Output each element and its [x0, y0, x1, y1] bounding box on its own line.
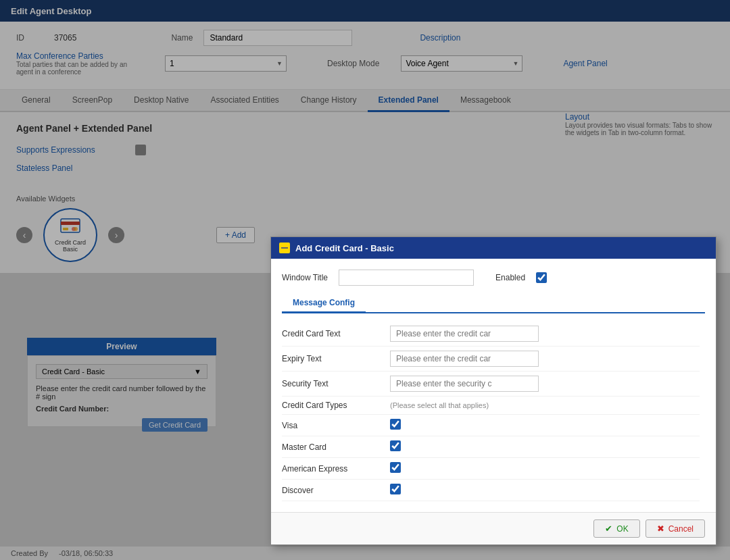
- credit-card-types-row: Credit Card Types (Please select all tha…: [282, 397, 700, 415]
- security-text-input[interactable]: [390, 376, 539, 392]
- master-card-label: Master Card: [282, 442, 390, 452]
- expiry-text-input[interactable]: [390, 351, 539, 367]
- modal-top-row: Window Title Enabled: [282, 270, 705, 286]
- cancel-label: Cancel: [668, 524, 694, 534]
- master-card-checkbox[interactable]: [390, 440, 401, 451]
- modal-body: Window Title Enabled Message Config Cred…: [271, 259, 716, 512]
- credit-card-text-value: [390, 326, 700, 342]
- ok-button[interactable]: ✔ OK: [593, 519, 639, 538]
- security-text-label: Security Text: [282, 379, 390, 388]
- discover-checkbox[interactable]: [390, 484, 401, 494]
- cancel-icon: ✖: [657, 524, 664, 534]
- master-card-row: Master Card: [282, 436, 700, 458]
- credit-card-types-note: (Please select all that applies): [390, 401, 700, 410]
- american-express-label: American Express: [282, 464, 390, 474]
- credit-card-types-note-text: (Please select all that applies): [390, 401, 489, 409]
- modal-dialog: Add Credit Card - Basic Window Title Ena…: [270, 236, 716, 545]
- cancel-button[interactable]: ✖ Cancel: [646, 519, 705, 538]
- credit-card-text-row: Credit Card Text: [282, 322, 700, 347]
- visa-checkbox[interactable]: [390, 419, 401, 430]
- enabled-label: Enabled: [495, 273, 525, 282]
- visa-row: Visa: [282, 415, 700, 436]
- expiry-text-label: Expiry Text: [282, 354, 390, 363]
- expiry-text-row: Expiry Text: [282, 347, 700, 372]
- modal-title: Add Credit Card - Basic: [295, 243, 394, 253]
- expiry-text-value: [390, 351, 700, 367]
- ok-icon: ✔: [605, 524, 612, 534]
- credit-card-types-label: Credit Card Types: [282, 401, 390, 410]
- credit-card-text-input[interactable]: [390, 326, 539, 342]
- config-scroll-area[interactable]: Credit Card Text Expiry Text Security Te…: [282, 322, 705, 501]
- modal-title-bar: Add Credit Card - Basic: [271, 237, 716, 259]
- svg-rect-6: [281, 247, 288, 249]
- discover-label: Discover: [282, 486, 390, 495]
- ok-label: OK: [616, 524, 628, 534]
- modal-footer: ✔ OK ✖ Cancel: [271, 512, 716, 544]
- credit-card-text-label: Credit Card Text: [282, 329, 390, 338]
- security-text-row: Security Text: [282, 372, 700, 397]
- american-express-checkbox[interactable]: [390, 462, 401, 473]
- security-text-value: [390, 376, 700, 392]
- modal-title-icon: [279, 243, 290, 253]
- inner-tab-message-config[interactable]: Message Config: [282, 294, 366, 313]
- american-express-row: American Express: [282, 458, 700, 480]
- visa-label: Visa: [282, 421, 390, 430]
- inner-tabs: Message Config: [282, 294, 705, 313]
- discover-row: Discover: [282, 480, 700, 501]
- enabled-checkbox[interactable]: [536, 272, 547, 283]
- window-title-label: Window Title: [282, 273, 328, 282]
- window-title-input[interactable]: [339, 270, 474, 286]
